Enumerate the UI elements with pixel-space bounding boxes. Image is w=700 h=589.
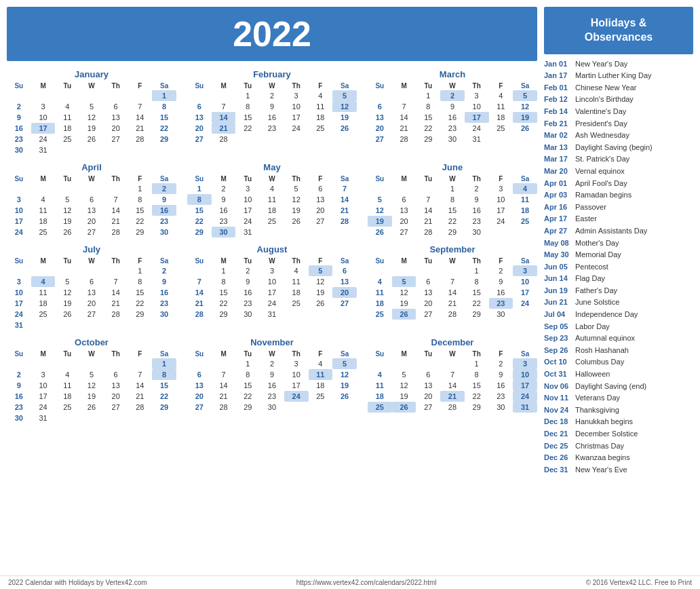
day-header: W	[79, 81, 104, 90]
day-cell: 15	[235, 380, 260, 391]
day-cell: 9	[152, 194, 176, 205]
day-cell: 28	[187, 309, 212, 320]
day-cell: 16	[7, 123, 31, 134]
day-cell: 10	[489, 194, 513, 205]
day-cell: 7	[332, 183, 357, 194]
day-cell: 25	[55, 402, 79, 413]
day-cell: 27	[416, 402, 440, 413]
day-cell: 23	[489, 298, 513, 309]
day-cell: 10	[284, 101, 309, 112]
day-cell: 12	[332, 101, 357, 112]
footer-url: https://www.vertex42.com/calendars/2022.…	[296, 579, 437, 586]
day-cell: 8	[128, 276, 153, 287]
day-header: Sa	[152, 174, 176, 183]
day-cell: 5	[79, 101, 104, 112]
day-cell	[104, 413, 128, 423]
day-cell: 2	[235, 265, 260, 276]
day-cell: 6	[392, 194, 416, 205]
day-cell: 25	[513, 216, 537, 227]
day-cell	[55, 183, 79, 194]
day-cell: 2	[260, 358, 284, 369]
day-cell	[104, 90, 128, 101]
day-cell: 5	[513, 90, 537, 101]
day-header: M	[31, 349, 56, 358]
list-item: Oct 10Columbus Day	[544, 356, 693, 368]
holiday-date: Jan 17	[544, 70, 571, 82]
day-cell: 30	[7, 413, 31, 423]
day-cell: 11	[55, 380, 79, 391]
day-cell: 27	[187, 134, 212, 145]
day-cell: 7	[128, 369, 153, 380]
day-cell: 19	[79, 123, 104, 134]
day-cell: 26	[55, 309, 79, 320]
day-cell	[55, 358, 79, 369]
day-cell: 8	[465, 369, 489, 380]
day-cell: 13	[392, 205, 416, 216]
day-cell: 17	[31, 391, 56, 402]
holiday-date: Mar 02	[544, 130, 571, 142]
day-header: Tu	[416, 349, 440, 358]
day-cell: 14	[128, 112, 153, 123]
day-cell: 21	[440, 391, 465, 402]
day-header: Su	[368, 256, 392, 265]
day-cell	[128, 90, 153, 101]
day-cell: 23	[260, 391, 284, 402]
day-cell: 27	[368, 134, 392, 145]
day-cell: 6	[187, 101, 212, 112]
holiday-name: Easter	[575, 213, 597, 225]
day-cell: 6	[79, 276, 104, 287]
list-item: Nov 11Veterans Day	[544, 392, 693, 404]
day-header: Tu	[416, 174, 440, 183]
day-cell	[79, 183, 104, 194]
day-cell: 6	[79, 194, 104, 205]
day-header: M	[31, 174, 56, 183]
day-cell: 25	[309, 123, 333, 134]
day-cell: 4	[55, 101, 79, 112]
day-cell: 18	[55, 391, 79, 402]
day-cell: 2	[489, 265, 513, 276]
day-cell: 4	[260, 183, 284, 194]
month-table: SuMTuWThFSa12345678910111213141516171819…	[7, 349, 176, 423]
day-cell: 31	[31, 145, 56, 155]
day-cell: 25	[284, 298, 309, 309]
day-cell: 22	[465, 391, 489, 402]
day-cell: 7	[416, 194, 440, 205]
day-cell: 28	[104, 227, 128, 238]
month-may: MaySuMTuWThFSa12345678910111213141516171…	[187, 162, 357, 238]
day-header: Sa	[152, 81, 176, 90]
day-header: Th	[104, 81, 128, 90]
day-cell: 20	[104, 123, 128, 134]
day-cell: 1	[128, 183, 153, 194]
list-item: Jun 14Flag Day	[544, 273, 693, 285]
holiday-name: President's Day	[575, 118, 627, 130]
day-cell: 1	[212, 265, 236, 276]
day-cell: 19	[513, 112, 537, 123]
day-cell	[392, 183, 416, 194]
day-cell: 16	[440, 112, 465, 123]
day-cell: 12	[392, 380, 416, 391]
day-cell: 11	[55, 112, 79, 123]
day-cell: 25	[55, 134, 79, 145]
day-cell: 28	[416, 227, 440, 238]
day-cell: 10	[7, 205, 31, 216]
day-cell: 29	[187, 227, 212, 238]
holiday-name: Autumnal equinox	[575, 332, 635, 345]
holiday-name: Halloween	[575, 368, 610, 381]
day-cell: 4	[309, 358, 333, 369]
day-cell: 15	[440, 205, 465, 216]
day-cell: 31	[31, 413, 56, 423]
day-cell: 30	[440, 134, 465, 145]
day-cell: 30	[7, 145, 31, 155]
day-cell: 2	[212, 183, 236, 194]
month-title: January	[7, 69, 176, 79]
day-cell: 23	[235, 298, 260, 309]
holiday-name: Ash Wednesday	[575, 130, 629, 142]
day-header: Th	[465, 256, 489, 265]
day-header: M	[392, 256, 416, 265]
month-title: December	[368, 337, 537, 347]
day-cell: 19	[284, 205, 309, 216]
holiday-name: New Year's Eve	[575, 464, 627, 476]
day-header: Su	[7, 81, 31, 90]
day-cell: 1	[416, 90, 440, 101]
day-cell	[332, 402, 357, 413]
